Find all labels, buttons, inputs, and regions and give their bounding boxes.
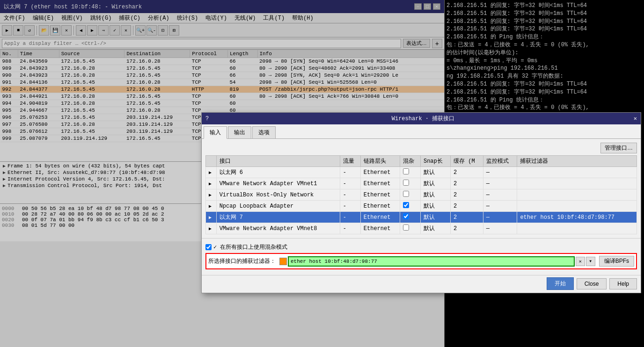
interface-row[interactable]: ▶VirtualBox Host-Only Network-Ethernet默认… bbox=[206, 189, 637, 201]
iface-promiscuous-cb[interactable] bbox=[403, 191, 409, 197]
interface-row[interactable]: ▶以太网 6-Ethernet默认2— bbox=[206, 167, 637, 178]
terminal-line: = 0ms，最长 = 1ms，平均 = 0ms bbox=[446, 57, 642, 65]
manage-interfaces-button[interactable]: 管理接口… bbox=[600, 143, 637, 153]
iface-promiscuous-cb[interactable] bbox=[403, 224, 409, 231]
dialog-tabs: 输入 输出 选项 bbox=[202, 124, 641, 139]
col-buf[interactable]: 缓存 (M bbox=[451, 156, 483, 167]
capture-dialog: ? Wireshark · 捕获接口 ✕ 输入 输出 选项 管理接口… bbox=[201, 112, 641, 293]
terminal-line: 2.168.216.51 的 Ping 统计信息： bbox=[446, 96, 642, 104]
col-iface[interactable]: 接口 bbox=[216, 156, 340, 167]
filter-section-label: 所选择接口的捕获过滤器： bbox=[208, 257, 276, 265]
col-snap[interactable]: Snap长 bbox=[420, 156, 450, 167]
tab-input[interactable]: 输入 bbox=[204, 126, 227, 139]
col-promisc[interactable]: 混杂 bbox=[400, 156, 420, 167]
interface-row[interactable]: ▶以太网 7-Ethernet默认2—ether host 10:bf:48:d… bbox=[206, 212, 637, 223]
dialog-body: 管理接口… 接口 流量 链路层头 混杂 Snap长 缓存 (M 监控模式 捕获过… bbox=[202, 139, 641, 238]
terminal-line: 2.168.216.51 的回复: 字节=32 时间=1ms TTL=64 bbox=[446, 10, 642, 18]
tab-options[interactable]: 选项 bbox=[252, 126, 276, 138]
dialog-help-icon[interactable]: ? bbox=[205, 116, 209, 122]
dialog-titlebar: ? Wireshark · 捕获接口 ✕ bbox=[202, 113, 641, 124]
dialog-action-row: 开始 Close Help bbox=[202, 275, 641, 293]
filter-dropdown-button[interactable]: ▼ bbox=[586, 257, 595, 266]
terminal-line: s\zhangxineng>ping 192.168.216.51 bbox=[446, 65, 642, 72]
terminal-line: 包：已发送 = 4，已接收 = 4，丢失 = 0 (0% 丢失), bbox=[446, 104, 642, 112]
dialog-close-icon[interactable]: ✕ bbox=[634, 115, 637, 122]
iface-promiscuous-cb[interactable] bbox=[403, 168, 409, 174]
dialog-footer: ✓ 在所有接口上使用混杂模式 所选择接口的捕获过滤器： ✕ ▼ 编译BPFs bbox=[202, 238, 641, 275]
interface-row[interactable]: ▶Npcap Loopback Adapter-Ethernet默认2— bbox=[206, 201, 637, 212]
terminal-line: 2.168.216.51 的回复: 字节=32 时间<1ms TTL=64 bbox=[446, 2, 642, 10]
iface-promiscuous-cb[interactable] bbox=[403, 213, 409, 219]
start-capture-button[interactable]: 开始 bbox=[547, 277, 574, 290]
interface-table: 接口 流量 链路层头 混杂 Snap长 缓存 (M 监控模式 捕获过滤器 ▶以太… bbox=[205, 155, 637, 234]
terminal-line: 2.168.216.51 的回复: 字节=32 时间<1ms TTL=64 bbox=[446, 18, 642, 26]
interface-row[interactable]: ▶VMware Network Adapter VMnet8-Ethernet默… bbox=[206, 223, 637, 234]
dialog-title-text: Wireshark · 捕获接口 bbox=[392, 115, 454, 123]
col-traffic[interactable]: 流量 bbox=[340, 156, 360, 167]
close-dialog-button[interactable]: Close bbox=[577, 278, 607, 289]
col-expand bbox=[206, 156, 217, 167]
terminal-line: 2.168.216.51 的 Ping 统计信息： bbox=[446, 33, 642, 41]
promiscuous-checkbox[interactable] bbox=[205, 244, 212, 250]
help-dialog-button[interactable]: Help bbox=[609, 278, 637, 289]
terminal-line: 2.168.216.51 的回复: 字节=32 时间<1ms TTL=64 bbox=[446, 88, 642, 96]
interface-row[interactable]: ▶VMware Network Adapter VMnet1-Ethernet默… bbox=[206, 178, 637, 189]
tab-output[interactable]: 输出 bbox=[228, 126, 251, 138]
capture-filter-input[interactable] bbox=[288, 256, 575, 267]
terminal-line: 2.168.216.51 的回复: 字节=32 时间<1ms TTL=64 bbox=[446, 25, 642, 33]
col-filter[interactable]: 捕获过滤器 bbox=[517, 156, 637, 167]
filter-warning-icon bbox=[279, 258, 287, 265]
terminal-line: 2.168.216.51 的回复: 字节=32 时间=1ms TTL=64 bbox=[446, 80, 642, 88]
terminal-line: ng 192.168.216.51 具有 32 字节的数据: bbox=[446, 72, 642, 80]
iface-promiscuous-cb[interactable] bbox=[403, 202, 409, 208]
iface-promiscuous-cb[interactable] bbox=[403, 180, 409, 186]
terminal-line: 的估计时间(以毫秒为单位): bbox=[446, 49, 642, 57]
filter-clear-button[interactable]: ✕ bbox=[576, 257, 585, 266]
col-monitor[interactable]: 监控模式 bbox=[483, 156, 517, 167]
promiscuous-label: ✓ 在所有接口上使用混杂模式 bbox=[213, 243, 287, 251]
col-link[interactable]: 链路层头 bbox=[360, 156, 400, 167]
terminal-line: 包：已发送 = 4，已接收 = 4，丢失 = 0 (0% 丢失), bbox=[446, 41, 642, 49]
compile-bpf-button[interactable]: 编译BPFs bbox=[599, 256, 634, 267]
